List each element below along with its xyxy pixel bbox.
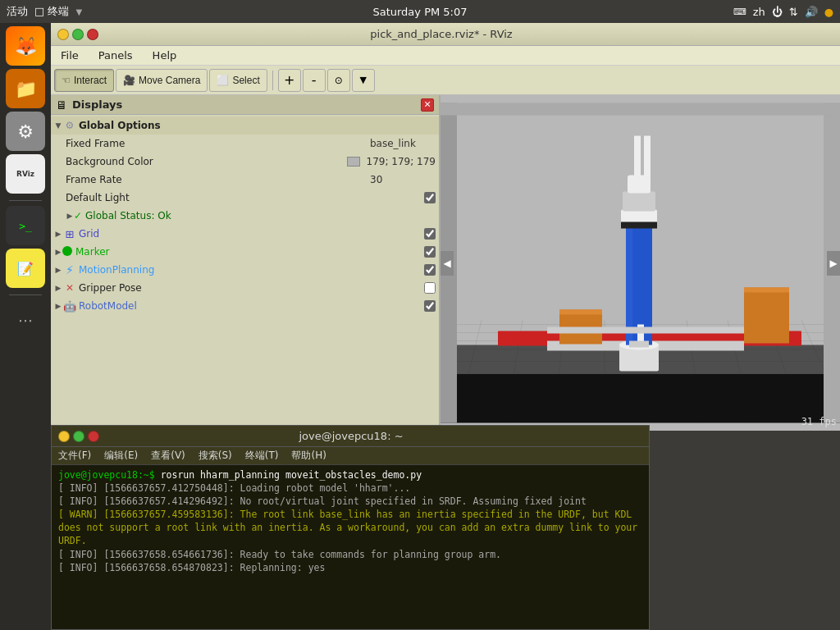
more-button[interactable]: ▼ — [352, 69, 375, 92]
frame-rate-value[interactable]: 30 — [370, 174, 436, 185]
collapse-left-button[interactable]: ◀ — [441, 251, 454, 276]
camera-icon: 🎥 — [123, 75, 135, 86]
marker-checkbox[interactable] — [424, 246, 436, 258]
terminal-content[interactable]: jove@jovepcu18:~$ rosrun hharm_planning … — [52, 465, 649, 629]
fixed-frame-label: Fixed Frame — [66, 138, 370, 149]
rviz-title: pick_and_place.rviz* - RViz — [370, 28, 512, 40]
window-controls — [57, 29, 98, 40]
grid-checkbox[interactable] — [424, 228, 436, 240]
system-bar: 活动 □ 终端 ▼ Saturday PM 5:07 ⌨ zh ⏻ ⇅ 🔊 ● — [0, 0, 840, 23]
svg-rect-23 — [626, 222, 632, 345]
bg-color-swatch[interactable] — [347, 157, 360, 167]
displays-panel: 🖥 Displays ✕ ▼ ⚙ Global Options Fixed Fr… — [51, 95, 441, 431]
minimize-button[interactable] — [57, 29, 69, 40]
keyboard-icon[interactable]: ⌨ — [733, 7, 746, 17]
3d-scene-svg — [441, 95, 840, 431]
terminal-menu-help[interactable]: 帮助(H) — [291, 449, 326, 463]
menu-bar: Displays File Panels Help — [51, 46, 840, 66]
motion-planning-checkbox[interactable] — [424, 264, 436, 276]
svg-rect-36 — [547, 327, 744, 334]
motion-icon: ⚡ — [62, 262, 77, 277]
select-button[interactable]: ⬜ Select — [209, 69, 267, 92]
maximize-button[interactable] — [72, 29, 84, 40]
move-camera-button[interactable]: 🎥 Move Camera — [116, 69, 208, 92]
motion-planning-row[interactable]: ▶ ⚡ MotionPlanning — [51, 261, 439, 279]
zoom-out-button[interactable]: - — [303, 69, 326, 92]
robot-model-checkbox[interactable] — [424, 300, 436, 312]
power-icon[interactable]: ⏻ — [772, 6, 783, 18]
activity-label[interactable]: 活动 — [7, 4, 28, 19]
menu-help[interactable]: Help — [146, 48, 184, 63]
global-status-label: Global Status: Ok — [85, 210, 436, 221]
collapse-right-button[interactable]: ▶ — [827, 251, 840, 276]
bg-color-value[interactable]: 179; 179; 179 — [367, 156, 436, 167]
main-content: 🖥 Displays ✕ ▼ ⚙ Global Options Fixed Fr… — [51, 95, 840, 431]
dock-icon-settings[interactable]: ⚙ — [6, 112, 45, 151]
rviz-window: pick_and_place.rviz* - RViz Displays Fil… — [51, 23, 840, 431]
network-icon[interactable]: ⇅ — [789, 6, 798, 18]
terminal-dropdown-icon[interactable]: ▼ — [75, 7, 82, 16]
fixed-frame-row: Fixed Frame base_link — [51, 135, 439, 153]
dock-icon-terminal[interactable]: >_ — [6, 206, 45, 245]
grid-row[interactable]: ▶ ⊞ Grid — [51, 225, 439, 243]
terminal-menu-terminal[interactable]: 终端(T) — [245, 449, 279, 463]
terminal-menu-file[interactable]: 文件(F) — [58, 449, 91, 463]
robot-arrow: ▶ — [54, 302, 62, 310]
default-light-checkbox[interactable] — [424, 192, 436, 203]
svg-rect-33 — [559, 310, 602, 315]
select-icon: ⬜ — [217, 75, 229, 86]
dock-icon-notes[interactable]: 📝 — [6, 249, 45, 288]
terminal-line-6: [ INFO] [1566637658.654870823]: Replanni… — [58, 561, 642, 574]
svg-rect-39 — [441, 103, 840, 116]
displays-title: Displays — [72, 98, 122, 111]
zoom-in-button[interactable]: + — [278, 69, 301, 92]
menu-panels[interactable]: Panels — [92, 48, 139, 63]
volume-icon[interactable]: 🔊 — [805, 6, 818, 18]
language-indicator[interactable]: zh — [753, 6, 765, 18]
dock-icon-rviz[interactable]: RViz — [6, 154, 45, 194]
dock-icon-firefox[interactable]: 🦊 — [6, 26, 45, 66]
svg-rect-26 — [623, 192, 655, 212]
global-status-row[interactable]: ▶ ✓ Global Status: Ok — [51, 207, 439, 225]
default-light-label: Default Light — [66, 192, 424, 203]
terminal-close-button[interactable] — [88, 431, 99, 442]
terminal-controls — [58, 431, 99, 442]
terminal-menu-view[interactable]: 查看(V) — [151, 449, 185, 463]
dock-icon-files[interactable]: 📁 — [6, 69, 45, 108]
svg-rect-29 — [629, 341, 649, 348]
frame-rate-row: Frame Rate 30 — [51, 171, 439, 189]
marker-row[interactable]: ▶ Marker — [51, 243, 439, 261]
terminal-maximize-button[interactable] — [73, 431, 84, 442]
svg-rect-16 — [441, 374, 840, 423]
terminal-label[interactable]: □ 终端 — [34, 4, 69, 19]
close-button[interactable] — [87, 29, 98, 40]
view-3d[interactable]: ◀ ▶ 31 fps — [441, 95, 840, 431]
svg-rect-27 — [628, 176, 651, 194]
terminal-menu-search[interactable]: 搜索(S) — [199, 449, 232, 463]
gripper-pose-label: Gripper Pose — [79, 282, 424, 294]
global-status-arrow: ▶ — [66, 212, 74, 220]
global-options-row[interactable]: ▼ ⚙ Global Options — [51, 116, 439, 135]
gripper-arrow: ▶ — [54, 284, 62, 292]
interact-button[interactable]: ☜ Interact — [54, 69, 114, 92]
menu-file-label[interactable]: File — [54, 48, 85, 63]
system-time: Saturday PM 5:07 — [372, 6, 467, 18]
gripper-pose-row[interactable]: ▶ ✕ Gripper Pose — [51, 279, 439, 297]
terminal-line-5: [ INFO] [1566637658.654661736]: Ready to… — [58, 548, 642, 561]
global-options-label: Global Options — [79, 120, 436, 131]
terminal-minimize-button[interactable] — [58, 431, 70, 442]
terminal-titlebar: jove@jovepcu18: ~ — [52, 426, 649, 447]
motion-planning-label: MotionPlanning — [79, 264, 424, 276]
robot-model-row[interactable]: ▶ 🤖 RobotModel — [51, 297, 439, 315]
dock-icon-apps[interactable]: ⋯ — [6, 300, 45, 340]
toolbar-separator — [272, 71, 273, 90]
terminal-menu-edit[interactable]: 编辑(E) — [104, 449, 138, 463]
rviz-titlebar: pick_and_place.rviz* - RViz — [51, 23, 840, 46]
monitor-icon: 🖥 — [56, 98, 67, 112]
displays-close-button[interactable]: ✕ — [421, 98, 434, 112]
gear-icon: ⚙ — [62, 118, 77, 133]
gripper-pose-checkbox[interactable] — [424, 282, 436, 294]
robot-model-label: RobotModel — [79, 300, 424, 312]
fit-button[interactable]: ⊙ — [327, 69, 350, 92]
fixed-frame-value[interactable]: base_link — [370, 138, 436, 149]
